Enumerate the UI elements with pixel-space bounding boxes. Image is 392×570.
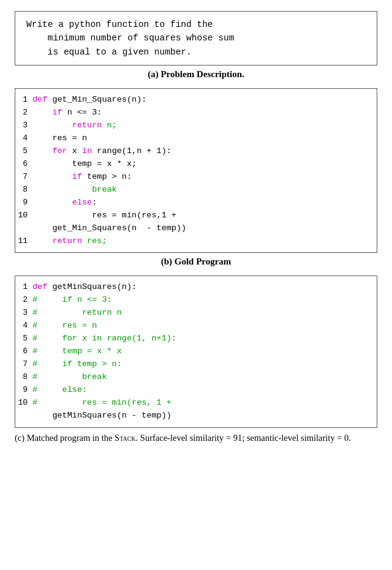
line-number: 5	[15, 145, 32, 157]
line-content: getMinSquares(n - temp))	[32, 410, 371, 422]
code-line: 11 return res;	[15, 235, 377, 248]
line-content: # res = min(res, 1 +	[32, 397, 371, 410]
line-content: # break	[32, 371, 371, 384]
line-number: 10	[15, 397, 32, 409]
line-number: 3	[15, 307, 32, 319]
gold-caption-text: (b) Gold Program	[161, 257, 232, 266]
code-line: 2 if n <= 3:	[15, 107, 377, 119]
line-number: 5	[15, 332, 32, 345]
line-content: temp = x * x;	[32, 158, 371, 171]
code-line: 3 return n;	[15, 119, 377, 132]
code-line: 10 # res = min(res, 1 +	[15, 397, 377, 410]
line-content: res = n	[32, 132, 371, 145]
matched-caption: (c) Matched program in the Stack. Surfac…	[15, 432, 377, 445]
line-number: 10	[15, 209, 32, 222]
line-content: # if n <= 3:	[32, 294, 371, 307]
code-line: 3 # return n	[15, 307, 377, 320]
code-line: 4 # res = n	[15, 320, 377, 332]
line-number: 6	[15, 345, 32, 358]
code-line: 1 def get_Min_Squares(n):	[15, 94, 377, 107]
line-number: 1	[15, 281, 32, 293]
code-line: 5 # for x in range(1, n+1):	[15, 332, 377, 345]
stack-label: Stack	[115, 433, 136, 443]
line-content: break	[32, 184, 371, 197]
matched-caption-label: (c) Matched program in the Stack. Surfac…	[15, 433, 351, 443]
code-line: 5 for x in range(1,n + 1):	[15, 145, 377, 158]
line-number: 8	[15, 371, 32, 383]
line-content: return n;	[32, 119, 371, 132]
code-line: 10 res = min(res,1 +	[15, 209, 377, 222]
line-number: 7	[15, 358, 32, 370]
line-number: 11	[15, 235, 32, 247]
code-line: 1 def getMinSquares(n):	[15, 281, 377, 294]
matched-section: 1 def getMinSquares(n): 2 # if n <= 3: 3…	[15, 276, 377, 444]
code-line: get_Min_Squares(n - temp))	[15, 222, 377, 235]
line-content: get_Min_Squares(n - temp))	[32, 222, 371, 235]
code-line: 9 else:	[15, 197, 377, 209]
line-number: 4	[15, 320, 32, 332]
line-content: def getMinSquares(n):	[32, 281, 371, 294]
line-content: res = min(res,1 +	[32, 209, 371, 222]
line-content: # if temp > n:	[32, 358, 371, 371]
problem-line-1: Write a python function to find the	[26, 18, 366, 31]
matched-code-box: 1 def getMinSquares(n): 2 # if n <= 3: 3…	[15, 276, 377, 427]
gold-code-box: 1 def get_Min_Squares(n): 2 if n <= 3: 3…	[15, 88, 377, 253]
line-number: 4	[15, 132, 32, 144]
line-content: return res;	[32, 235, 371, 248]
code-line: 6 temp = x * x;	[15, 158, 377, 171]
line-number: 2	[15, 294, 32, 306]
gold-section: 1 def get_Min_Squares(n): 2 if n <= 3: 3…	[15, 88, 377, 267]
line-content: for x in range(1,n + 1):	[32, 145, 371, 158]
code-line: getMinSquares(n - temp))	[15, 410, 377, 422]
line-content: # res = n	[32, 320, 371, 332]
code-line: 2 # if n <= 3:	[15, 294, 377, 307]
line-number: 3	[15, 119, 32, 132]
line-content: if n <= 3:	[32, 107, 371, 119]
code-line: 9 # else:	[15, 384, 377, 397]
code-line: 4 res = n	[15, 132, 377, 145]
problem-box: Write a python function to find the mini…	[15, 11, 377, 66]
problem-line-3: is equal to a given number.	[26, 45, 366, 59]
line-number: 9	[15, 197, 32, 209]
line-number: 9	[15, 384, 32, 396]
line-content: if temp > n:	[32, 171, 371, 184]
line-content: def get_Min_Squares(n):	[32, 94, 371, 107]
problem-caption-text: (a) Problem Description.	[148, 69, 244, 79]
code-line: 6 # temp = x * x	[15, 345, 377, 358]
line-content: # return n	[32, 307, 371, 320]
code-line: 8 # break	[15, 371, 377, 384]
line-content: # else:	[32, 384, 371, 397]
line-number: 8	[15, 184, 32, 196]
code-line: 7 if temp > n:	[15, 171, 377, 184]
gold-caption: (b) Gold Program	[15, 257, 377, 267]
line-number: 6	[15, 158, 32, 170]
line-number: 7	[15, 171, 32, 183]
problem-caption: (a) Problem Description.	[15, 69, 377, 80]
problem-section: Write a python function to find the mini…	[15, 11, 377, 80]
line-content: else:	[32, 197, 371, 209]
line-content: # for x in range(1, n+1):	[32, 332, 371, 345]
code-line: 8 break	[15, 184, 377, 197]
line-number: 2	[15, 107, 32, 119]
code-line: 7 # if temp > n:	[15, 358, 377, 371]
line-content: # temp = x * x	[32, 345, 371, 358]
problem-line-2: minimum number of squares whose sum	[26, 31, 366, 45]
line-number: 1	[15, 94, 32, 106]
